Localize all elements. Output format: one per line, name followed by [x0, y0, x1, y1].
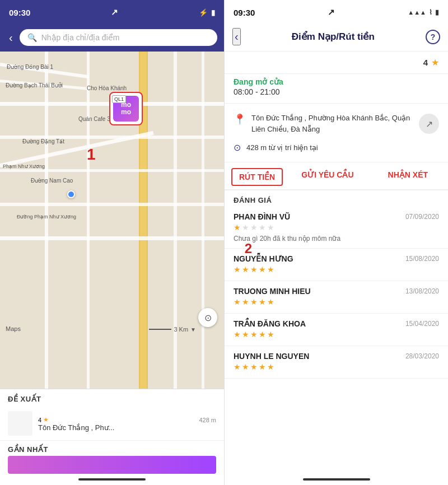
road-h-4: [0, 203, 224, 206]
divider-3: [225, 162, 448, 162]
map-label-5: Đường Đặng Tất: [22, 138, 64, 144]
review-item: TRUONG MINH HIEU 13/08/2020 ★★★★★: [225, 281, 448, 314]
star-5: ★: [267, 265, 274, 274]
suggestion-star: ★: [43, 416, 49, 423]
tab-gui-yeu-cau[interactable]: GỬI YÊU CẦU: [287, 165, 367, 189]
tab-rut-tien[interactable]: RÚT TIỀN: [231, 168, 283, 186]
open-hours: 08:00 - 21:00: [234, 87, 439, 96]
star-1: ★: [234, 362, 241, 371]
star-2: ★: [242, 265, 249, 274]
reviewer-name-1: NGUYỄN HƯNG: [234, 254, 293, 263]
reviews-container: PHAN ĐÌNH VŨ 07/09/2020 ★★★★★ Chưa gì 20…: [225, 207, 448, 379]
star-5: ★: [267, 297, 274, 306]
home-bar: [78, 478, 146, 481]
ql1-road-label: QL1: [112, 95, 126, 103]
wifi-icon: ⌇: [429, 8, 432, 16]
map-label-6b: Đường Phạm Như Xương: [17, 214, 76, 220]
map-label-4: Cho Hòa Khánh: [87, 85, 127, 91]
right-header: ‹ Điểm Nạp/Rút tiền ?: [225, 25, 448, 52]
star-4: ★: [259, 297, 266, 306]
home-indicator: [0, 474, 224, 485]
star-2: ★: [242, 297, 249, 306]
review-item: NGUYỄN HƯNG 15/08/2020 ★★★★★: [225, 249, 448, 281]
right-bottom-bar: [225, 474, 448, 485]
navigate-button[interactable]: ↗: [419, 114, 439, 134]
scale-line: [149, 329, 171, 330]
star-3: ★: [250, 265, 258, 274]
star-1: ★: [234, 297, 241, 306]
star-2: ★: [242, 223, 249, 232]
gan-nhat-strip: [8, 456, 216, 474]
star-4: ★: [259, 362, 266, 371]
address-pin-icon: 📍: [234, 113, 246, 125]
rating-star: ★: [431, 57, 439, 68]
reviewer-name-0: PHAN ĐÌNH VŨ: [234, 212, 290, 221]
battery-icon: ▮: [211, 8, 215, 17]
left-back-button[interactable]: ‹: [7, 30, 15, 45]
help-icon: ?: [431, 32, 436, 41]
reviews-section-header: ĐÁNH GIÁ: [225, 190, 448, 207]
road-h-3: [0, 169, 224, 172]
gan-nhat-header: GẦN NHẤT: [0, 441, 224, 456]
review-date-4: 28/03/2020: [405, 352, 439, 360]
stars-row-3: ★★★★★: [234, 330, 439, 339]
map-label-2: Đường Bạch Thái Bưởi: [6, 82, 63, 88]
scale-label: 3 Km: [174, 326, 188, 333]
bottom-panel: ĐỀ XUẤT 4 ★ 428 m Tôn Đức Thắng , Phư...…: [0, 389, 224, 485]
review-header-4: HUYNH LE NGUYEN 28/03/2020: [234, 352, 439, 361]
map-container[interactable]: Đường Đồng Bài 1 Đường Bạch Thái Bưởi Qu…: [0, 52, 224, 389]
reviewer-name-4: HUYNH LE NGUYEN: [234, 352, 309, 361]
suggestion-thumbnail: [8, 411, 32, 436]
suggestion-name: Tôn Đức Thắng , Phư...: [38, 423, 216, 432]
address-text: Tôn Đức Thắng , Phường Hòa Khánh Bắc, Qu…: [251, 113, 413, 134]
star-3: ★: [250, 362, 258, 371]
review-text-0: Chưa gì 20h đã k thu nộp môm nữa: [234, 234, 439, 244]
reviewer-name-3: TRẦN ĐĂNG KHOA: [234, 319, 306, 328]
star-1: ★: [234, 223, 241, 232]
rating-row: 4 ★: [225, 52, 448, 71]
star-1: ★: [234, 330, 241, 339]
reviewer-name-2: TRUONG MINH HIEU: [234, 287, 311, 296]
map-label-6: Phạm Như Xương: [3, 164, 45, 169]
left-time: 09:30: [9, 8, 30, 17]
star-3: ★: [250, 223, 258, 232]
right-status-bar: 09:30 ↗ ▲▲▲ ⌇ ▮: [225, 0, 448, 25]
right-back-button[interactable]: ‹: [232, 28, 241, 45]
lightning-icon: ⚡: [199, 8, 208, 17]
tabs-row: RÚT TIỀN GỬI YÊU CẦU NHẬN XÉT: [225, 165, 448, 190]
review-date-0: 07/09/2020: [405, 213, 439, 221]
right-title: Điểm Nạp/Rút tiền: [245, 31, 421, 43]
open-text: Đang mở cửa: [234, 77, 439, 86]
search-box[interactable]: 🔍 Nhập địa chỉ/địa điểm: [20, 29, 217, 46]
left-status-icons: ⚡ ▮: [199, 8, 215, 17]
distance-row: ⊙ 428 m từ vị trí hiện tại: [225, 141, 448, 160]
scale-down-icon: ▼: [190, 327, 196, 333]
location-button[interactable]: ⊙: [198, 308, 217, 327]
right-help-button[interactable]: ?: [426, 30, 440, 44]
rating-number: 4: [423, 58, 428, 67]
star-4: ★: [259, 223, 266, 232]
tab-rut-tien-label: RÚT TIỀN: [239, 172, 275, 181]
scale-bar: 3 Km ▼: [149, 326, 196, 333]
suggestion-distance: 428 m: [199, 417, 216, 423]
apple-maps-label: Maps: [6, 325, 21, 333]
suggestion-rating-num: 4: [38, 417, 41, 423]
road-v-3: [174, 52, 177, 389]
tab-nhan-xet[interactable]: NHẬN XÉT: [368, 165, 448, 189]
star-3: ★: [250, 330, 258, 339]
distance-text: 428 m từ vị trí hiện tại: [246, 143, 318, 152]
map-label-1: Đường Đồng Bài 1: [7, 64, 53, 70]
review-header-1: NGUYỄN HƯNG 15/08/2020: [234, 254, 439, 263]
review-item: TRẦN ĐĂNG KHOA 15/04/2020 ★★★★★: [225, 314, 448, 346]
review-item: HUYNH LE NGUYEN 28/03/2020 ★★★★★: [225, 346, 448, 379]
search-placeholder: Nhập địa chỉ/địa điểm: [41, 33, 120, 42]
map-number-marker: 1: [87, 146, 96, 164]
stars-row-1: ★★★★★: [234, 265, 439, 274]
right-battery-icon: ▮: [435, 8, 439, 16]
road-v-4: [202, 52, 204, 389]
suggestion-meta-top: 4 ★ 428 m: [38, 416, 216, 423]
right-panel: 09:30 ↗ ▲▲▲ ⌇ ▮ ‹ Điểm Nạp/Rút tiền ? 4 …: [224, 0, 448, 485]
suggestion-item[interactable]: 4 ★ 428 m Tôn Đức Thắng , Phư...: [0, 407, 224, 441]
stars-row-0: ★★★★★: [234, 223, 439, 232]
divider-2: [225, 103, 448, 104]
